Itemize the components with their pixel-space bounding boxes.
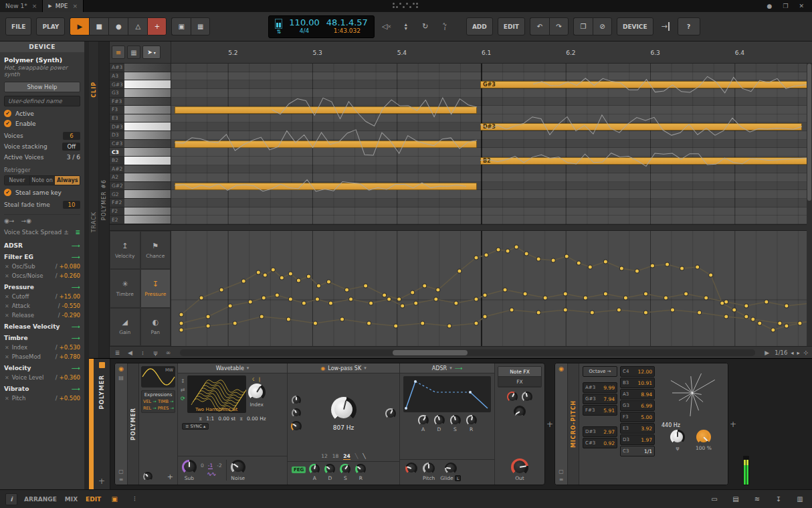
piano-key-G#3[interactable]: G#3: [110, 80, 171, 89]
mod-amount-value[interactable]: +0.260: [60, 272, 80, 279]
expression-tag-pres[interactable]: PRES→: [158, 406, 174, 411]
sub-octave-selector[interactable]: 0-1-2 ∿∿: [201, 462, 222, 477]
env-knobs-knob-d[interactable]: D: [434, 415, 445, 432]
mod-amount-value[interactable]: +0.530: [60, 344, 80, 351]
phase-knob[interactable]: [143, 472, 153, 481]
micro-pitch-cell-D3[interactable]: D31.97: [620, 434, 655, 445]
retrigger-option-note-on[interactable]: Note on: [30, 176, 56, 185]
filter-slope-18[interactable]: 18: [332, 453, 339, 459]
audio-engine-icon[interactable]: ◁✕: [379, 19, 394, 35]
expression-tag-rel[interactable]: REL→: [143, 406, 157, 411]
add-oscillator-button[interactable]: +: [167, 473, 173, 481]
feg-knobs-knob-d[interactable]: D: [324, 464, 335, 481]
mod-target-row[interactable]: ✕Index/+0.530: [4, 343, 80, 352]
piano-key-G#2[interactable]: G#2: [110, 182, 171, 191]
duplicate-button[interactable]: ❐: [573, 17, 593, 35]
piano-key-F#2[interactable]: F#2: [110, 199, 171, 207]
expression-tab-gain[interactable]: ◢Gain: [110, 308, 140, 346]
micro-pitch-cell-G3[interactable]: G36.99: [620, 400, 655, 411]
remove-mod-icon[interactable]: ✕: [5, 273, 9, 279]
dual-display-button[interactable]: ▦: [191, 17, 210, 35]
play-button[interactable]: ▶: [70, 17, 89, 35]
download-icon[interactable]: ↧: [772, 493, 785, 505]
edit-menu-button[interactable]: EDIT: [498, 17, 525, 35]
mod-amount-value[interactable]: +0.780: [60, 353, 80, 360]
meters-icon[interactable]: ▥: [793, 493, 807, 505]
time-signature[interactable]: 4/4: [300, 28, 309, 35]
piano-key-E3[interactable]: E3: [110, 114, 171, 123]
piano-key-G2[interactable]: G2: [110, 190, 171, 199]
mod-source-vibrato[interactable]: Vibrato⟶: [4, 384, 80, 394]
osc-detune-hz[interactable]: 0.00 Hz: [247, 416, 266, 422]
automation-follow-icons[interactable]: ∿≀: [437, 19, 452, 35]
loop-icon[interactable]: ↻: [418, 19, 433, 35]
micro-pitch-cell-C3[interactable]: C31/1: [620, 446, 655, 456]
restore-window-icon[interactable]: ❐: [783, 3, 788, 9]
remove-mod-icon[interactable]: ✕: [5, 264, 9, 270]
fold-left-icon[interactable]: ◀: [125, 349, 135, 356]
feg-knobs-knob-r[interactable]: R: [355, 464, 366, 481]
song-time[interactable]: 1:43.032: [334, 28, 361, 35]
oscillator-type-selector[interactable]: Wavetable▾: [178, 363, 287, 373]
lane-divider[interactable]: [110, 224, 812, 231]
insert-device-icon[interactable]: →: [658, 19, 673, 35]
wavetable-file-name[interactable]: Two Harmonics.wt: [187, 407, 246, 412]
octave-header-cell[interactable]: Octave →: [583, 366, 617, 377]
env-amount-knob[interactable]: [405, 462, 417, 475]
remove-mod-icon[interactable]: ✕: [5, 294, 9, 300]
wavetable-display[interactable]: Two Harmonics.wt: [187, 375, 246, 413]
keytrack-icons[interactable]: ☇ |: [251, 377, 262, 382]
add-device-button-end[interactable]: +: [728, 363, 738, 485]
expression-tab-velocity[interactable]: ↥Velocity: [110, 231, 140, 269]
mod-target-row[interactable]: ✕Oscs/Noise/+0.260: [4, 271, 80, 280]
expression-view-toggle[interactable]: ≡: [112, 46, 125, 59]
filter-spread-knob[interactable]: [292, 396, 301, 405]
voice-stack-spread-row[interactable]: Voice Stack Spread ± ≣: [4, 227, 80, 237]
note-grid[interactable]: G#3D#3B2: [171, 64, 812, 224]
show-help-button[interactable]: Show Help: [4, 82, 80, 92]
fold-keys-toggle[interactable]: ▦: [127, 46, 140, 59]
project-tab-mpe[interactable]: ▶ MPE ×: [43, 0, 84, 12]
toggle-active[interactable]: ✔Active: [4, 108, 80, 118]
param-value[interactable]: Off: [62, 143, 80, 151]
piano-key-A3[interactable]: A3: [110, 72, 171, 81]
expression-tab-pan[interactable]: ◐Pan: [140, 308, 171, 346]
piano-key-A#2[interactable]: A#2: [110, 165, 171, 174]
piano-key-D3[interactable]: D3: [110, 131, 171, 140]
filter-slope-24[interactable]: 24: [343, 453, 350, 460]
mix-knob[interactable]: 100 %: [696, 430, 712, 451]
slope-icon[interactable]: ╲: [355, 453, 359, 459]
view-button-arrange[interactable]: ARRANGE: [24, 496, 57, 503]
mod-amount-value[interactable]: +0.500: [60, 395, 80, 402]
glide-legato-badge[interactable]: L: [455, 475, 461, 481]
slope-icon[interactable]: ╲: [363, 453, 366, 459]
pointer-tool-button[interactable]: ➤▾: [142, 46, 161, 59]
micro-pitch-cell-A3[interactable]: A38.94: [620, 389, 655, 400]
project-tab-new1[interactable]: New 1* ×: [0, 0, 43, 12]
micro-pitch-cell-F#3[interactable]: F#35.91: [583, 405, 617, 416]
arranger-panel-icon[interactable]: ▣: [108, 493, 121, 505]
micro-pitch-cell-C#3[interactable]: C#30.92: [583, 438, 617, 448]
transport-display[interactable]: ⇅ 110.00 4/4 48.1.4.57 1:43.032: [268, 15, 375, 38]
undo-button[interactable]: ↶: [530, 17, 549, 35]
help-button[interactable]: ?: [678, 17, 700, 35]
remove-mod-icon[interactable]: ✕: [5, 345, 9, 351]
micro-pitch-cell-A#3[interactable]: A#39.99: [583, 382, 617, 393]
env-knobs-knob-s[interactable]: S: [450, 415, 461, 432]
tempo-value[interactable]: 110.00: [289, 18, 320, 27]
oscillator-waveform-display[interactable]: MW: [141, 366, 175, 388]
env-knobs-knob-r[interactable]: R: [466, 415, 477, 432]
envelope-type-selector[interactable]: ADSR ▾ ⟶: [400, 363, 494, 373]
filter-type-selector[interactable]: ◉ Low-pass SK ▾: [288, 363, 399, 373]
redo-button[interactable]: ↷: [549, 17, 569, 35]
grid-interval-label[interactable]: 1/16: [775, 349, 787, 356]
glide-knob[interactable]: Glide L: [440, 462, 461, 481]
mod-source-release-velocity[interactable]: Release Velocity⟶: [4, 321, 80, 331]
remove-mod-icon[interactable]: ✕: [5, 354, 9, 360]
sub-octave--1[interactable]: -1: [208, 462, 213, 469]
remote-controls-icon[interactable]: ▢: [118, 469, 124, 475]
close-icon[interactable]: ×: [73, 3, 78, 9]
pressure-lane[interactable]: [171, 231, 812, 346]
expression-tag-vel[interactable]: VEL→: [143, 399, 157, 404]
add-device-button[interactable]: +: [545, 363, 554, 485]
